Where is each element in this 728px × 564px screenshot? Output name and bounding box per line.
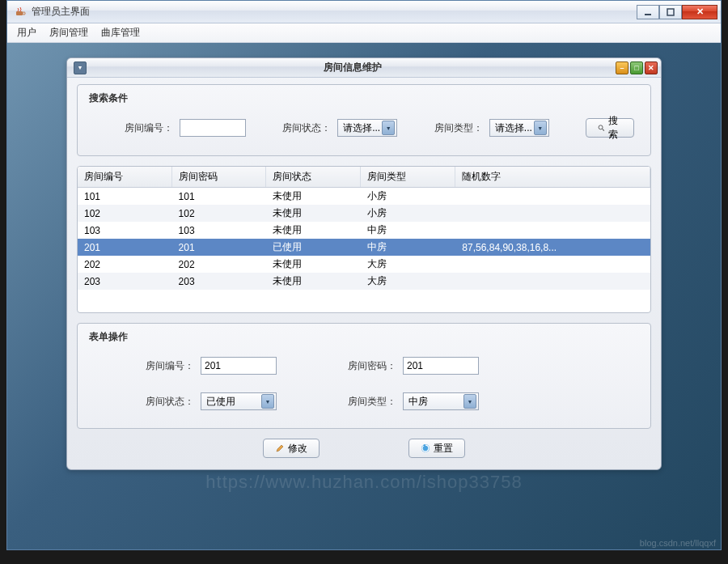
form-room-password-input[interactable]: [403, 357, 479, 375]
form-room-status-combo[interactable]: 已使用: [201, 392, 277, 410]
pencil-icon: [275, 443, 285, 453]
table-cell: [455, 222, 650, 239]
table-cell: 小房: [361, 188, 455, 206]
table-cell: 101: [78, 188, 171, 206]
table-cell: [455, 205, 650, 222]
menu-user[interactable]: 用户: [12, 23, 41, 42]
chevron-down-icon: [261, 394, 274, 409]
search-button[interactable]: 搜索: [586, 118, 634, 138]
table-row[interactable]: 102102未使用小房: [78, 205, 650, 222]
search-room-status-label: 房间状态：: [282, 121, 331, 135]
window-title: 管理员主界面: [32, 5, 637, 19]
table-cell: 中房: [361, 222, 455, 239]
table-row[interactable]: 203203未使用大房: [78, 273, 650, 290]
svg-rect-3: [667, 9, 674, 15]
table-row[interactable]: 101101未使用小房: [78, 188, 650, 206]
table-cell: 未使用: [266, 205, 361, 222]
form-room-number-input[interactable]: [201, 357, 277, 375]
room-table[interactable]: 房间编号房间密码房间状态房间类型随机数字 101101未使用小房102102未使…: [77, 166, 651, 313]
table-cell: 103: [78, 222, 171, 239]
table-cell: 202: [171, 256, 266, 273]
window-maximize-button[interactable]: [659, 5, 682, 19]
table-cell: 202: [78, 256, 171, 273]
main-window: 管理员主界面 ✕ 用户 房间管理 曲库管理 房间信息维护 – □ ✕: [6, 0, 722, 550]
svg-rect-2: [645, 14, 651, 15]
menu-song-management[interactable]: 曲库管理: [96, 23, 145, 42]
table-cell: 101: [171, 188, 266, 206]
form-room-type-label: 房间类型：: [348, 395, 396, 409]
table-cell: 201: [171, 239, 266, 256]
table-cell: [455, 188, 650, 206]
search-panel-title: 搜索条件: [89, 91, 639, 105]
table-row[interactable]: 103103未使用中房: [78, 222, 650, 239]
table-cell: 已使用: [266, 239, 361, 256]
column-header[interactable]: 房间状态: [266, 167, 361, 188]
search-icon: [598, 123, 605, 133]
menu-room-management[interactable]: 房间管理: [44, 23, 93, 42]
table-row[interactable]: 201201已使用中房87,56,84,90,38,16,8...: [78, 239, 650, 256]
mdi-desktop-area: 房间信息维护 – □ ✕ 搜索条件 房间编号： 房间状态：: [7, 43, 721, 549]
table-cell: 102: [78, 205, 171, 222]
watermark: https://www.huzhan.com/ishop33758: [7, 472, 721, 493]
search-panel: 搜索条件 房间编号： 房间状态： 请选择... 房间类型：: [77, 84, 651, 156]
search-room-number-input[interactable]: [180, 119, 246, 137]
table-row[interactable]: 202202未使用大房: [78, 256, 650, 273]
form-panel-title: 表单操作: [89, 330, 639, 344]
window-minimize-button[interactable]: [637, 5, 659, 19]
menubar: 用户 房间管理 曲库管理: [7, 23, 721, 43]
table-cell: 87,56,84,90,38,16,8...: [455, 239, 650, 256]
table-cell: 203: [171, 273, 266, 290]
table-cell: [455, 273, 650, 290]
table-cell: [455, 256, 650, 273]
form-room-password-label: 房间密码：: [348, 359, 396, 373]
table-cell: 未使用: [266, 273, 361, 290]
table-cell: 大房: [361, 256, 455, 273]
chevron-down-icon: [534, 121, 547, 135]
window-close-button[interactable]: ✕: [682, 5, 717, 19]
table-cell: 未使用: [266, 222, 361, 239]
column-header[interactable]: 房间密码: [171, 167, 266, 188]
svg-rect-0: [16, 11, 23, 15]
reset-button[interactable]: 重置: [408, 439, 465, 458]
java-cup-icon: [14, 6, 27, 19]
dialog-title: 房间信息维护: [90, 61, 616, 74]
search-room-type-label: 房间类型：: [434, 121, 483, 135]
table-cell: 203: [78, 273, 171, 290]
table-cell: 中房: [361, 239, 455, 256]
dialog-close-button[interactable]: ✕: [645, 61, 658, 74]
search-room-number-label: 房间编号：: [125, 121, 173, 135]
modify-button[interactable]: 修改: [263, 439, 320, 458]
dialog-titlebar[interactable]: 房间信息维护 – □ ✕: [67, 58, 661, 78]
table-cell: 小房: [361, 205, 455, 222]
dialog-system-menu-icon[interactable]: [74, 61, 87, 74]
form-room-type-combo[interactable]: 中房: [403, 392, 479, 410]
table-cell: 201: [78, 239, 171, 256]
table-cell: 未使用: [266, 256, 361, 273]
chevron-down-icon: [463, 394, 476, 409]
chevron-down-icon: [382, 121, 395, 135]
column-header[interactable]: 房间编号: [78, 167, 171, 188]
table-cell: 103: [171, 222, 266, 239]
dialog-maximize-button[interactable]: □: [630, 61, 643, 74]
form-panel: 表单操作 房间编号： 房间密码： 房间状态： 已使用: [77, 323, 651, 429]
reset-icon: [421, 443, 430, 453]
table-cell: 未使用: [266, 188, 361, 206]
table-cell: 大房: [361, 273, 455, 290]
column-header[interactable]: 房间类型: [361, 167, 455, 188]
column-header[interactable]: 随机数字: [455, 167, 650, 188]
window-titlebar[interactable]: 管理员主界面 ✕: [7, 1, 721, 23]
room-info-dialog: 房间信息维护 – □ ✕ 搜索条件 房间编号： 房间状态：: [66, 57, 662, 470]
svg-point-4: [599, 125, 603, 129]
dialog-minimize-button[interactable]: –: [616, 61, 629, 74]
table-cell: 102: [171, 205, 266, 222]
svg-line-5: [603, 129, 604, 130]
svg-rect-1: [23, 12, 25, 15]
watermark-corner: blog.csdn.net/llqqxf: [640, 538, 716, 548]
search-room-status-combo[interactable]: 请选择...: [337, 119, 397, 137]
form-room-status-label: 房间状态：: [146, 395, 194, 409]
form-room-number-label: 房间编号：: [146, 359, 194, 373]
search-room-type-combo[interactable]: 请选择...: [489, 119, 549, 137]
